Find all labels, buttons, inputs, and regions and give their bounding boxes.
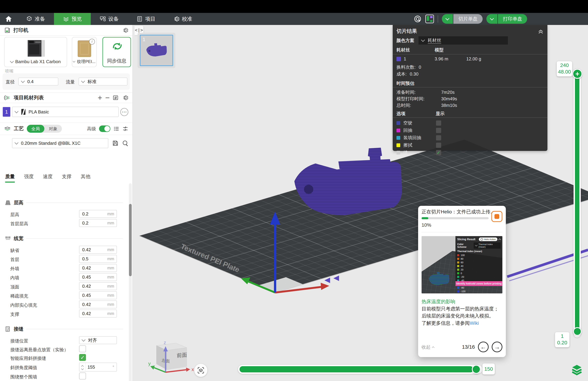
helio-icon[interactable] — [414, 15, 421, 23]
diameter-select[interactable]: 0.4 — [18, 78, 58, 86]
print-dropdown-button[interactable] — [486, 14, 497, 24]
printer-image — [26, 39, 46, 57]
gear-icon[interactable] — [122, 27, 128, 33]
param-input[interactable]: 0.45mm — [79, 273, 117, 281]
home-button[interactable] — [0, 13, 17, 25]
info-icon[interactable]: i — [89, 39, 95, 45]
gear-icon[interactable] — [122, 95, 128, 101]
printer-name: Bambu Lab X1 Carbon — [15, 59, 61, 64]
step-slider-handle[interactable] — [472, 365, 481, 374]
orientation-cube[interactable]: 左面 前面 z y x — [148, 337, 203, 380]
param-input[interactable]: 0.42mm — [79, 246, 117, 254]
prev-notification-button[interactable]: ← — [478, 342, 489, 352]
tab-project-label: 项目 — [145, 16, 155, 22]
printer-select[interactable]: Bambu Lab X1 Carbon — [4, 59, 67, 64]
process-tab-支撑[interactable]: 支撑 — [62, 173, 71, 182]
slice-plate-button[interactable]: 切片单盘 — [453, 14, 483, 24]
process-tabs: 质量强度速度支撑其他 — [0, 173, 138, 182]
stop-button[interactable] — [491, 211, 502, 222]
plate-type-select[interactable]: 纹理PEI... — [72, 59, 96, 64]
next-notification-button[interactable]: → — [492, 342, 502, 352]
layers-icon[interactable] — [571, 364, 583, 376]
filament-select[interactable]: PLA Basic — [12, 107, 119, 117]
param-input[interactable]: 0.42mm — [79, 264, 117, 272]
param-checkbox[interactable] — [79, 345, 86, 352]
param-input[interactable]: 0.2mm — [79, 210, 117, 218]
sidebar-scrollbar-thumb[interactable] — [129, 204, 132, 276]
option-checkbox[interactable] — [436, 120, 441, 126]
tab-project[interactable]: 项目 — [127, 13, 164, 25]
printer-section-header: 打印机 — [0, 25, 132, 36]
filament-slot-badge[interactable]: 1 — [3, 107, 10, 117]
layer-slider-bottom-handle[interactable] — [573, 327, 582, 336]
param-row: 顶面0.42mm — [0, 282, 128, 291]
plate-type-card[interactable]: i 纹理PEI... — [72, 37, 97, 67]
option-checkbox[interactable]: ✓ — [436, 150, 441, 155]
collapse-panel-icon[interactable] — [538, 29, 544, 34]
option-checkbox[interactable] — [436, 143, 441, 148]
param-checkbox[interactable] — [79, 373, 86, 380]
param-spinner[interactable]: 155° — [79, 363, 117, 372]
color-scheme-select[interactable]: 耗材丝 — [419, 36, 508, 45]
tab-calibrate[interactable]: 校准 — [164, 13, 201, 25]
layer-slider-top-handle[interactable]: + — [572, 69, 582, 79]
param-checkbox[interactable]: ✓ — [79, 354, 86, 361]
plate-thumbnail[interactable]: 1 — [140, 35, 173, 66]
process-tab-速度[interactable]: 速度 — [43, 173, 53, 182]
tab-device[interactable]: 设备 — [91, 13, 127, 25]
helio-action-button[interactable]: Helio Action — [479, 238, 497, 241]
tab-prepare[interactable]: 准备 — [17, 13, 54, 25]
param-label: 内部实心填充 — [10, 302, 37, 308]
nozzle-label: 喷嘴 — [5, 68, 13, 74]
option-checkbox[interactable] — [436, 135, 441, 140]
slicing-result-title: 切片结果 — [397, 28, 417, 35]
remove-filament-button[interactable]: − — [105, 93, 110, 102]
layout-icon[interactable] — [425, 15, 434, 23]
param-input[interactable]: 0.42mm — [79, 310, 117, 317]
param-input[interactable]: 0.42mm — [79, 282, 117, 290]
fit-view-button[interactable] — [194, 364, 207, 377]
cube-front-label[interactable]: 前面 — [177, 352, 187, 358]
filament-color-swatch — [397, 57, 401, 61]
preset-select[interactable]: 0.20mm Standard @BBL X1C — [12, 138, 108, 148]
x-axis-head — [321, 283, 329, 290]
process-tab-其他[interactable]: 其他 — [81, 173, 90, 182]
step-slider-fill — [239, 366, 473, 372]
param-input[interactable]: 0.45mm — [79, 291, 117, 299]
display-option-row: 擦拭 — [397, 141, 544, 149]
param-input[interactable]: 0.42mm — [79, 300, 117, 308]
cube-y-label: y — [148, 361, 151, 366]
list-icon[interactable] — [113, 126, 119, 132]
plate-type-name: 纹理PEI... — [77, 59, 95, 64]
collapse-notification[interactable]: 收起 — [421, 344, 434, 350]
param-row: 外墙0.42mm — [0, 264, 128, 273]
advanced-toggle[interactable] — [99, 125, 110, 132]
ams-sync-icon[interactable] — [113, 95, 119, 101]
printer-card[interactable]: Bambu Lab X1 Carbon — [4, 37, 67, 67]
tune-icon[interactable] — [122, 126, 128, 132]
process-section-title: 工艺 — [14, 125, 24, 132]
flow-label: 流量 — [66, 79, 75, 85]
search-icon[interactable] — [122, 140, 128, 146]
process-tab-强度[interactable]: 强度 — [24, 173, 34, 182]
slice-dropdown-button[interactable] — [442, 14, 453, 24]
sync-info-button[interactable]: 同步信息 — [103, 37, 131, 67]
param-input[interactable]: 0.5mm — [79, 255, 117, 263]
param-input[interactable]: 0.2mm — [79, 219, 117, 227]
tab-preview[interactable]: 预览 — [54, 13, 91, 25]
flow-select[interactable]: 标准 — [79, 78, 127, 86]
scope-global[interactable]: 全局 — [27, 125, 44, 133]
scope-object[interactable]: 对象 — [44, 125, 62, 133]
wiki-link[interactable]: Wiki — [470, 320, 479, 326]
benchy-model[interactable] — [294, 148, 402, 215]
save-icon[interactable] — [112, 140, 119, 146]
filament-more-button[interactable]: ⋯ — [120, 108, 128, 116]
option-checkbox[interactable] — [436, 128, 441, 133]
add-filament-button[interactable]: + — [98, 93, 102, 102]
print-plate-button[interactable]: 打印单盘 — [498, 14, 527, 24]
param-select[interactable]: 对齐 — [79, 336, 117, 344]
param-row: 稀疏填充0.45mm — [0, 291, 128, 300]
scope-toggle[interactable]: 全局 对象 — [27, 125, 62, 133]
mini-scheme-select[interactable]: Thermal Index (mean) — [474, 243, 501, 249]
process-tab-质量[interactable]: 质量 — [5, 173, 15, 182]
